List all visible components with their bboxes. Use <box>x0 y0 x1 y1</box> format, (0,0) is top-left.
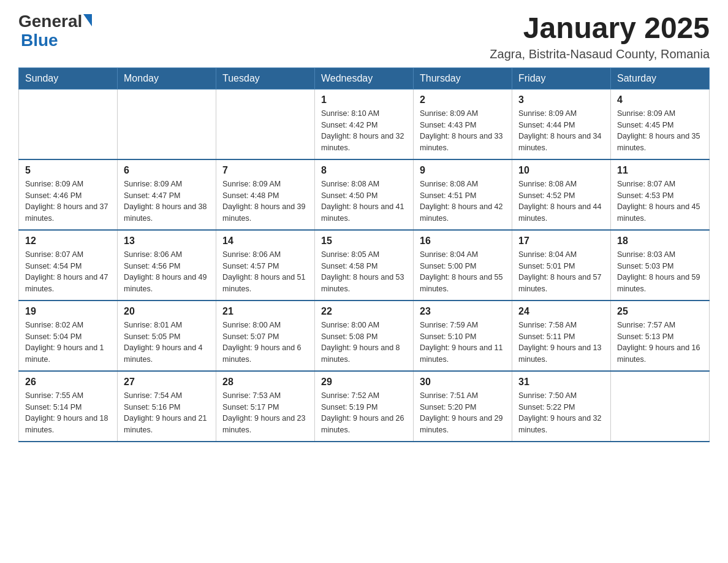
day-number: 25 <box>617 306 703 317</box>
day-cell <box>118 89 216 159</box>
header-cell-thursday: Thursday <box>414 67 512 89</box>
day-number: 21 <box>222 306 308 317</box>
day-number: 27 <box>124 377 210 388</box>
day-cell: 2Sunrise: 8:09 AMSunset: 4:43 PMDaylight… <box>414 89 512 159</box>
day-number: 3 <box>518 94 604 105</box>
day-info: Sunrise: 7:51 AMSunset: 5:20 PMDaylight:… <box>420 390 506 436</box>
day-cell: 1Sunrise: 8:10 AMSunset: 4:42 PMDaylight… <box>315 89 414 159</box>
header-cell-saturday: Saturday <box>611 67 710 89</box>
day-info: Sunrise: 7:59 AMSunset: 5:10 PMDaylight:… <box>420 320 506 366</box>
day-info: Sunrise: 7:54 AMSunset: 5:16 PMDaylight:… <box>124 390 210 436</box>
day-number: 13 <box>124 236 210 247</box>
day-info: Sunrise: 7:53 AMSunset: 5:17 PMDaylight:… <box>222 390 308 436</box>
logo-triangle-icon <box>83 14 92 26</box>
day-cell: 10Sunrise: 8:08 AMSunset: 4:52 PMDayligh… <box>512 159 611 230</box>
day-cell: 11Sunrise: 8:07 AMSunset: 4:53 PMDayligh… <box>611 159 710 230</box>
day-info: Sunrise: 7:50 AMSunset: 5:22 PMDaylight:… <box>518 390 604 436</box>
day-cell: 18Sunrise: 8:03 AMSunset: 5:03 PMDayligh… <box>611 230 710 301</box>
day-info: Sunrise: 8:04 AMSunset: 5:00 PMDaylight:… <box>420 249 506 295</box>
day-cell: 23Sunrise: 7:59 AMSunset: 5:10 PMDayligh… <box>414 301 512 371</box>
day-info: Sunrise: 8:06 AMSunset: 4:57 PMDaylight:… <box>222 249 308 295</box>
day-number: 23 <box>420 306 506 317</box>
day-number: 16 <box>420 236 506 247</box>
day-cell <box>19 89 118 159</box>
day-info: Sunrise: 8:09 AMSunset: 4:46 PMDaylight:… <box>25 178 111 224</box>
week-row-3: 12Sunrise: 8:07 AMSunset: 4:54 PMDayligh… <box>19 230 710 301</box>
day-cell: 26Sunrise: 7:55 AMSunset: 5:14 PMDayligh… <box>19 371 118 442</box>
day-cell: 30Sunrise: 7:51 AMSunset: 5:20 PMDayligh… <box>414 371 512 442</box>
day-cell: 3Sunrise: 8:09 AMSunset: 4:44 PMDaylight… <box>512 89 611 159</box>
day-info: Sunrise: 8:05 AMSunset: 4:58 PMDaylight:… <box>321 249 407 295</box>
day-info: Sunrise: 8:04 AMSunset: 5:01 PMDaylight:… <box>518 249 604 295</box>
day-info: Sunrise: 8:09 AMSunset: 4:43 PMDaylight:… <box>420 108 506 154</box>
day-info: Sunrise: 8:03 AMSunset: 5:03 PMDaylight:… <box>617 249 703 295</box>
day-cell: 22Sunrise: 8:00 AMSunset: 5:08 PMDayligh… <box>315 301 414 371</box>
day-number: 20 <box>124 306 210 317</box>
day-number: 6 <box>124 165 210 176</box>
day-info: Sunrise: 8:09 AMSunset: 4:47 PMDaylight:… <box>124 178 210 224</box>
calendar-table: SundayMondayTuesdayWednesdayThursdayFrid… <box>18 67 710 442</box>
header-cell-friday: Friday <box>512 67 611 89</box>
day-info: Sunrise: 7:58 AMSunset: 5:11 PMDaylight:… <box>518 320 604 366</box>
logo: General Blue <box>18 12 92 50</box>
day-cell: 31Sunrise: 7:50 AMSunset: 5:22 PMDayligh… <box>512 371 611 442</box>
day-number: 31 <box>518 377 604 388</box>
day-info: Sunrise: 8:10 AMSunset: 4:42 PMDaylight:… <box>321 108 407 154</box>
day-info: Sunrise: 8:00 AMSunset: 5:08 PMDaylight:… <box>321 320 407 366</box>
day-info: Sunrise: 8:01 AMSunset: 5:05 PMDaylight:… <box>124 320 210 366</box>
day-cell: 19Sunrise: 8:02 AMSunset: 5:04 PMDayligh… <box>19 301 118 371</box>
day-info: Sunrise: 8:09 AMSunset: 4:45 PMDaylight:… <box>617 108 703 154</box>
day-number: 22 <box>321 306 407 317</box>
calendar-subtitle: Zagra, Bistrita-Nasaud County, Romania <box>490 47 710 61</box>
day-cell <box>611 371 710 442</box>
day-number: 18 <box>617 236 703 247</box>
week-row-5: 26Sunrise: 7:55 AMSunset: 5:14 PMDayligh… <box>19 371 710 442</box>
day-info: Sunrise: 7:55 AMSunset: 5:14 PMDaylight:… <box>25 390 111 436</box>
day-cell: 17Sunrise: 8:04 AMSunset: 5:01 PMDayligh… <box>512 230 611 301</box>
day-number: 9 <box>420 165 506 176</box>
day-number: 19 <box>25 306 111 317</box>
day-cell: 20Sunrise: 8:01 AMSunset: 5:05 PMDayligh… <box>118 301 216 371</box>
day-number: 10 <box>518 165 604 176</box>
day-info: Sunrise: 8:07 AMSunset: 4:53 PMDaylight:… <box>617 178 703 224</box>
calendar-body: 1Sunrise: 8:10 AMSunset: 4:42 PMDaylight… <box>19 89 710 442</box>
day-number: 28 <box>222 377 308 388</box>
day-cell: 29Sunrise: 7:52 AMSunset: 5:19 PMDayligh… <box>315 371 414 442</box>
day-number: 8 <box>321 165 407 176</box>
day-cell: 15Sunrise: 8:05 AMSunset: 4:58 PMDayligh… <box>315 230 414 301</box>
title-block: January 2025 Zagra, Bistrita-Nasaud Coun… <box>490 12 710 61</box>
day-cell: 24Sunrise: 7:58 AMSunset: 5:11 PMDayligh… <box>512 301 611 371</box>
day-number: 15 <box>321 236 407 247</box>
logo-blue-text: Blue <box>21 31 58 50</box>
day-cell <box>216 89 315 159</box>
day-cell: 4Sunrise: 8:09 AMSunset: 4:45 PMDaylight… <box>611 89 710 159</box>
header-cell-wednesday: Wednesday <box>315 67 414 89</box>
day-cell: 13Sunrise: 8:06 AMSunset: 4:56 PMDayligh… <box>118 230 216 301</box>
page-header: General Blue January 2025 Zagra, Bistrit… <box>18 12 710 61</box>
day-number: 1 <box>321 94 407 105</box>
day-number: 30 <box>420 377 506 388</box>
day-number: 11 <box>617 165 703 176</box>
logo-general-text: General <box>18 12 82 31</box>
day-info: Sunrise: 8:06 AMSunset: 4:56 PMDaylight:… <box>124 249 210 295</box>
day-info: Sunrise: 8:09 AMSunset: 4:44 PMDaylight:… <box>518 108 604 154</box>
day-info: Sunrise: 8:08 AMSunset: 4:52 PMDaylight:… <box>518 178 604 224</box>
header-cell-sunday: Sunday <box>19 67 118 89</box>
day-info: Sunrise: 8:09 AMSunset: 4:48 PMDaylight:… <box>222 178 308 224</box>
header-cell-tuesday: Tuesday <box>216 67 315 89</box>
day-info: Sunrise: 7:52 AMSunset: 5:19 PMDaylight:… <box>321 390 407 436</box>
day-cell: 9Sunrise: 8:08 AMSunset: 4:51 PMDaylight… <box>414 159 512 230</box>
day-info: Sunrise: 8:02 AMSunset: 5:04 PMDaylight:… <box>25 320 111 366</box>
day-cell: 7Sunrise: 8:09 AMSunset: 4:48 PMDaylight… <box>216 159 315 230</box>
week-row-1: 1Sunrise: 8:10 AMSunset: 4:42 PMDaylight… <box>19 89 710 159</box>
day-number: 17 <box>518 236 604 247</box>
day-cell: 6Sunrise: 8:09 AMSunset: 4:47 PMDaylight… <box>118 159 216 230</box>
day-cell: 28Sunrise: 7:53 AMSunset: 5:17 PMDayligh… <box>216 371 315 442</box>
day-number: 7 <box>222 165 308 176</box>
day-cell: 5Sunrise: 8:09 AMSunset: 4:46 PMDaylight… <box>19 159 118 230</box>
week-row-2: 5Sunrise: 8:09 AMSunset: 4:46 PMDaylight… <box>19 159 710 230</box>
day-number: 12 <box>25 236 111 247</box>
day-cell: 12Sunrise: 8:07 AMSunset: 4:54 PMDayligh… <box>19 230 118 301</box>
day-info: Sunrise: 8:07 AMSunset: 4:54 PMDaylight:… <box>25 249 111 295</box>
day-info: Sunrise: 7:57 AMSunset: 5:13 PMDaylight:… <box>617 320 703 366</box>
